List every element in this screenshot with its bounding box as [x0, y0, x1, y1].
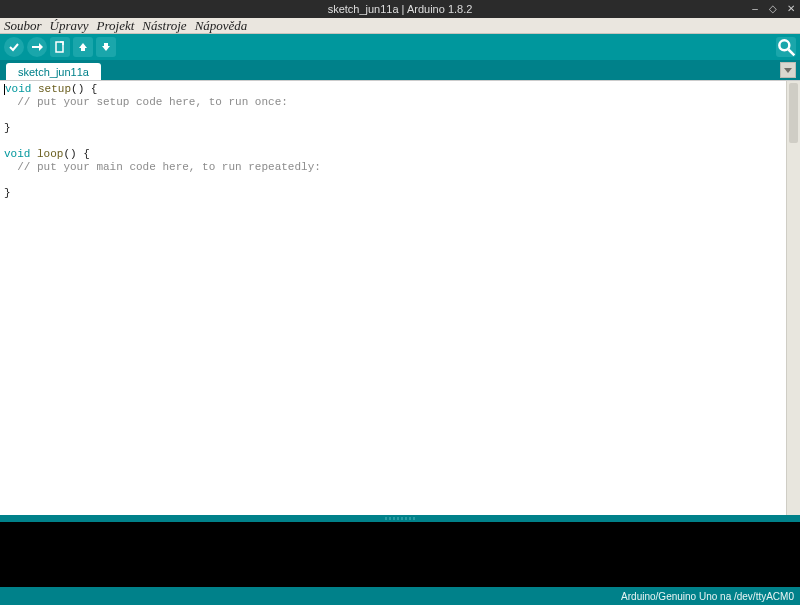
- svg-marker-6: [102, 46, 110, 51]
- board-port-label: Arduino/Genuino Uno na /dev/ttyACM0: [621, 591, 794, 602]
- toolbar: [0, 34, 800, 60]
- svg-rect-5: [104, 43, 108, 46]
- svg-marker-1: [39, 43, 43, 51]
- output-console[interactable]: [0, 522, 800, 587]
- window-title: sketch_jun11a | Arduino 1.8.2: [0, 3, 800, 15]
- close-button[interactable]: ✕: [786, 4, 796, 14]
- save-sketch-button[interactable]: [96, 37, 116, 57]
- menu-tools[interactable]: Nástroje: [140, 18, 188, 34]
- maximize-button[interactable]: ◇: [768, 4, 778, 14]
- tab-menu-button[interactable]: [780, 62, 796, 78]
- scrollbar-thumb[interactable]: [789, 83, 798, 143]
- svg-point-7: [779, 40, 789, 50]
- sketch-tab[interactable]: sketch_jun11a: [6, 63, 101, 80]
- open-sketch-button[interactable]: [73, 37, 93, 57]
- window-buttons: – ◇ ✕: [750, 0, 796, 18]
- upload-button[interactable]: [27, 37, 47, 57]
- editor-scrollbar[interactable]: [786, 81, 800, 515]
- titlebar: sketch_jun11a | Arduino 1.8.2 – ◇ ✕: [0, 0, 800, 18]
- menu-sketch[interactable]: Projekt: [95, 18, 137, 34]
- svg-marker-3: [79, 43, 87, 48]
- menu-help[interactable]: Nápověda: [193, 18, 250, 34]
- tab-strip: sketch_jun11a: [0, 60, 800, 80]
- minimize-button[interactable]: –: [750, 4, 760, 14]
- menu-file[interactable]: Soubor: [2, 18, 44, 34]
- status-bar: Arduino/Genuino Uno na /dev/ttyACM0: [0, 587, 800, 605]
- editor-area: void setup() { // put your setup code he…: [0, 80, 800, 515]
- arduino-ide-window: sketch_jun11a | Arduino 1.8.2 – ◇ ✕ Soub…: [0, 0, 800, 605]
- svg-rect-4: [81, 48, 85, 51]
- menu-edit[interactable]: Úpravy: [48, 18, 91, 34]
- menubar: Soubor Úpravy Projekt Nástroje Nápověda: [0, 18, 800, 34]
- svg-rect-2: [56, 42, 63, 52]
- svg-line-8: [789, 50, 795, 56]
- svg-marker-9: [784, 68, 792, 73]
- verify-button[interactable]: [4, 37, 24, 57]
- serial-monitor-button[interactable]: [776, 37, 796, 57]
- console-splitter[interactable]: [0, 515, 800, 522]
- code-editor[interactable]: void setup() { // put your setup code he…: [0, 81, 786, 515]
- new-sketch-button[interactable]: [50, 37, 70, 57]
